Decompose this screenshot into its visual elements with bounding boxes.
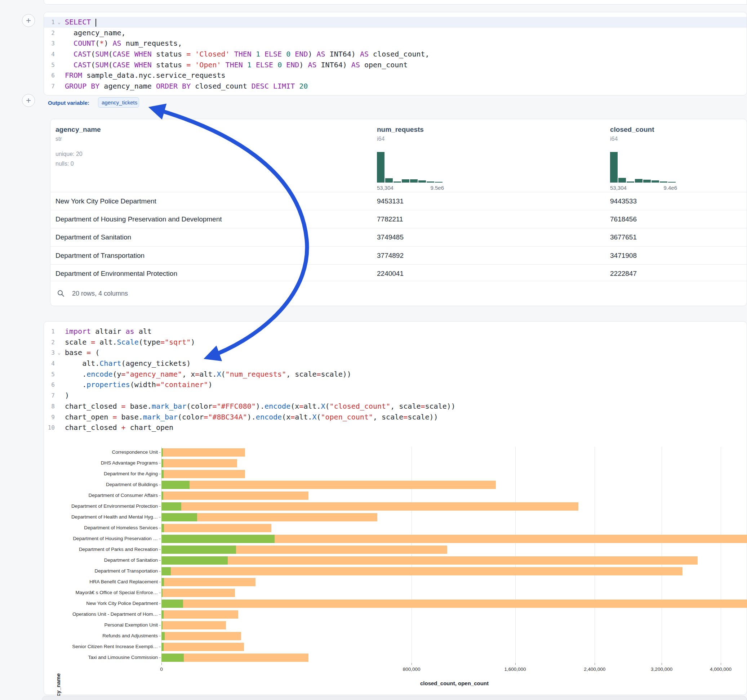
add-cell-button-middle[interactable]: + bbox=[22, 94, 35, 107]
code-token bbox=[221, 60, 225, 69]
table-row[interactable]: Department of Housing Preservation and D… bbox=[50, 210, 747, 228]
code-token bbox=[251, 60, 256, 69]
code-line: 1import altair as alt bbox=[44, 326, 747, 337]
code-content: CAST(SUM(CASE WHEN status = 'Closed' THE… bbox=[64, 49, 429, 60]
code-token: SELECT bbox=[65, 18, 91, 26]
python-code-editor[interactable]: 1import altair as alt2scale = alt.Scale(… bbox=[44, 321, 747, 433]
y-axis-tick bbox=[159, 647, 161, 647]
histogram-bar bbox=[635, 179, 643, 183]
line-number: 10 bbox=[44, 422, 55, 433]
column-header-closed_count: closed_counti6453,3049.4e6 bbox=[605, 119, 747, 192]
code-content: alt.Chart(agency_tickets) bbox=[64, 358, 191, 369]
code-token: CAST bbox=[74, 50, 91, 58]
gutter-spacer bbox=[55, 81, 64, 92]
bar-closed-count bbox=[162, 610, 238, 619]
y-axis-label: Department of Sanitation bbox=[56, 557, 158, 563]
fold-chevron-icon[interactable]: ⌄ bbox=[55, 347, 64, 358]
x-axis-tick bbox=[162, 663, 162, 665]
bar-open-count bbox=[162, 524, 164, 532]
code-token: X bbox=[217, 370, 221, 379]
y-axis-label: Department of Housing Preservation … bbox=[56, 536, 158, 541]
y-axis-tick bbox=[159, 571, 161, 572]
output-variable-label: Output variable: bbox=[48, 100, 89, 106]
code-token: AS bbox=[351, 60, 360, 69]
gridline bbox=[411, 447, 412, 663]
code-token: = bbox=[403, 413, 408, 421]
bar-closed-count bbox=[162, 524, 271, 532]
code-token: = bbox=[420, 402, 425, 410]
bar-closed-count bbox=[162, 589, 235, 597]
code-token: ) bbox=[65, 391, 69, 400]
line-number: 5 bbox=[44, 60, 55, 71]
sql-code-editor[interactable]: 1⌄SELECT 2 agency_name,3 COUNT(*) AS num… bbox=[44, 12, 747, 92]
histogram-bar bbox=[652, 180, 659, 183]
y-axis-label: HRA Benefit Card Replacement bbox=[56, 579, 158, 584]
gutter-spacer bbox=[55, 49, 64, 60]
code-line: 8chart_closed = base.mark_bar(color="#FF… bbox=[44, 401, 747, 412]
y-axis-label: Department of Consumer Affairs bbox=[56, 493, 158, 498]
gridline bbox=[162, 447, 162, 663]
code-token: ( bbox=[91, 50, 95, 58]
gutter-spacer bbox=[55, 358, 64, 369]
add-cell-button-top[interactable]: + bbox=[22, 14, 35, 27]
code-token: (agency_tickets) bbox=[121, 359, 191, 368]
cell-closed-count: 3677651 bbox=[610, 228, 637, 246]
code-content: FROM sample_data.nyc.service_requests bbox=[64, 70, 225, 81]
bar-open-count bbox=[162, 621, 163, 629]
code-line: 10chart_closed + chart_open bbox=[44, 422, 747, 433]
code-line: 2scale = alt.Scale(type="sqrt") bbox=[44, 337, 747, 348]
code-token: base. bbox=[126, 402, 152, 410]
code-token bbox=[230, 50, 234, 58]
column-type: i64 bbox=[377, 136, 384, 142]
table-row[interactable]: Department of Sanitation37494853677651 bbox=[50, 228, 747, 246]
line-number: 3 bbox=[44, 347, 55, 358]
code-token bbox=[91, 18, 95, 26]
code-token bbox=[273, 60, 277, 69]
gutter-spacer bbox=[55, 390, 64, 401]
output-variable-chip[interactable]: agency_tickets bbox=[98, 97, 139, 108]
bar-closed-count bbox=[162, 599, 747, 608]
fold-chevron-icon[interactable]: ⌄ bbox=[55, 17, 64, 28]
code-content: SELECT bbox=[64, 17, 96, 28]
table-row[interactable]: Department of Environmental Protection22… bbox=[50, 264, 747, 282]
gutter-spacer bbox=[55, 380, 64, 390]
bar-open-count bbox=[162, 653, 184, 662]
bar-closed-count bbox=[162, 492, 308, 500]
bar-closed-count bbox=[162, 481, 496, 489]
bar-closed-count bbox=[162, 470, 245, 478]
line-number: 1 bbox=[44, 17, 55, 28]
code-token: ( bbox=[91, 348, 100, 357]
y-axis-tick bbox=[159, 582, 161, 582]
code-token: Chart bbox=[100, 359, 121, 368]
code-token: = bbox=[86, 348, 91, 357]
code-token bbox=[251, 50, 256, 58]
code-token: "closed_count" bbox=[330, 402, 391, 410]
cell-agency-name: Department of Sanitation bbox=[56, 228, 131, 246]
cell-closed-count: 3471908 bbox=[610, 247, 637, 264]
code-token: = bbox=[316, 370, 321, 379]
histogram-bar bbox=[410, 180, 417, 183]
code-token: INT64) bbox=[325, 50, 360, 58]
code-token: ) bbox=[104, 39, 112, 48]
code-token: = bbox=[195, 370, 199, 379]
code-token: (width bbox=[130, 380, 156, 389]
code-token: 20 bbox=[299, 82, 308, 91]
bar-open-count bbox=[162, 470, 163, 478]
gutter-spacer bbox=[55, 369, 64, 380]
histogram-bar bbox=[627, 181, 634, 183]
code-token: = bbox=[121, 370, 126, 379]
search-icon[interactable] bbox=[57, 290, 65, 297]
bar-open-count bbox=[162, 535, 275, 543]
code-token: "open_count" bbox=[321, 413, 374, 421]
y-axis-tick bbox=[159, 625, 161, 626]
table-row[interactable]: Department of Transportation377489234719… bbox=[50, 246, 747, 264]
code-token: (color bbox=[178, 413, 204, 421]
table-row[interactable]: New York City Police Department945313194… bbox=[50, 192, 747, 210]
line-number: 3 bbox=[44, 38, 55, 49]
gutter-spacer bbox=[55, 422, 64, 433]
code-token: ORDER BY bbox=[156, 82, 191, 91]
histogram-bar bbox=[393, 181, 401, 183]
code-token: THEN bbox=[234, 50, 251, 58]
code-token: chart_open bbox=[126, 423, 173, 432]
plus-icon: + bbox=[26, 95, 31, 105]
